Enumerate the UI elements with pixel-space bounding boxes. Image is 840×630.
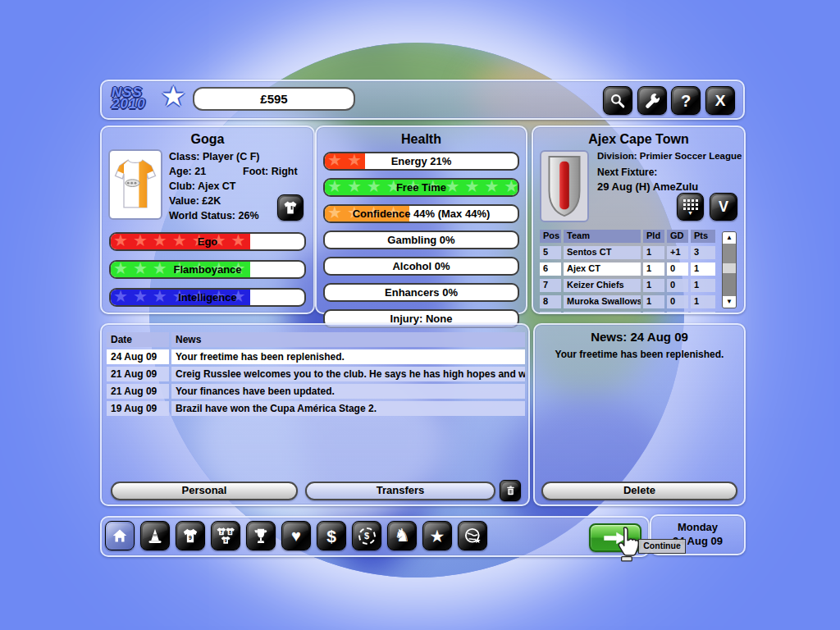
bar-label: Alcohol 0% xyxy=(325,258,518,274)
home-icon xyxy=(111,527,129,545)
settings-button[interactable] xyxy=(637,86,667,115)
player-panel: Goga Class: Player (C F) Age: 21 Foot: R… xyxy=(100,126,315,314)
world-button[interactable] xyxy=(458,521,487,550)
stat-bar-ego: ★★★★★★★★★★ Ego xyxy=(109,232,306,251)
nss-logo: NSS 2010 xyxy=(112,87,146,110)
transfers-button[interactable]: Transfers xyxy=(305,482,495,500)
scrollbar-track[interactable] xyxy=(723,244,736,296)
training-cone-icon xyxy=(146,527,164,545)
hand-cursor-icon xyxy=(614,526,641,562)
player-class: Class: Player (C F) xyxy=(169,151,259,162)
delete-button[interactable]: Delete xyxy=(541,482,737,500)
continue-tooltip: Continue xyxy=(638,539,686,554)
table-cell: 8 xyxy=(540,295,561,308)
competitions-button[interactable] xyxy=(246,521,276,550)
bar-label: Energy 21% xyxy=(325,153,518,169)
money-display: £595 xyxy=(193,87,355,111)
news-row-date[interactable]: 19 Aug 09 xyxy=(107,401,169,416)
home-button[interactable] xyxy=(105,521,135,550)
scroll-up-icon[interactable]: ▲ xyxy=(723,232,736,244)
v-icon: V xyxy=(719,199,728,214)
logo-star-icon: ★ xyxy=(161,80,185,112)
news-list-panel: Date News 24 Aug 09 Your freetime has be… xyxy=(100,323,530,506)
world-icon xyxy=(463,527,482,546)
news-row-text[interactable]: Your freetime has been replenished. xyxy=(171,349,525,364)
player-foot: Foot: Right xyxy=(243,166,298,177)
health-title: Health xyxy=(317,132,526,147)
next-fixture-value: 29 Aug (H) AmeZulu xyxy=(597,180,698,193)
training-button[interactable] xyxy=(140,521,170,550)
news-row-date[interactable]: 24 Aug 09 xyxy=(107,349,169,364)
col-header-pts: Pts xyxy=(691,230,715,243)
help-icon: ? xyxy=(681,93,691,109)
scroll-down-icon[interactable]: ▼ xyxy=(723,296,736,308)
close-button[interactable]: X xyxy=(705,86,735,115)
bar-label: Injury: None xyxy=(325,311,518,326)
bar-label: Gambling 0% xyxy=(325,232,518,248)
table-cell: 0 xyxy=(667,279,688,292)
logo-line2: 2010 xyxy=(112,98,146,110)
table-cell: 1 xyxy=(691,295,715,308)
star-rating-icon: ★ xyxy=(430,527,445,545)
health-panel: Health ★★★★★★★★★★ Energy 21% ★★★★★★★★★★ … xyxy=(315,126,527,314)
news-row-text[interactable]: Brazil have won the Cupa América Stage 2… xyxy=(171,401,525,416)
club-button[interactable]: 9 xyxy=(176,521,205,550)
casino-chip-icon: $ xyxy=(358,527,376,545)
bar-label: Enhancers 0% xyxy=(325,285,518,300)
league-table-scrollbar[interactable]: ▲ ▼ xyxy=(722,231,737,308)
help-button[interactable]: ? xyxy=(671,86,701,115)
table-cell-own-team: Ajex CT xyxy=(564,262,641,276)
stat-label: Ego xyxy=(111,234,304,249)
table-cell: 5 xyxy=(540,246,561,259)
news-table: Date News 24 Aug 09 Your freetime has be… xyxy=(107,332,525,416)
news-row-date[interactable]: 21 Aug 09 xyxy=(107,384,169,399)
lifestyle-button[interactable]: ♥ xyxy=(281,521,311,550)
delete-news-button[interactable] xyxy=(500,480,521,501)
table-cell-own-team: 1 xyxy=(691,262,715,276)
player-club: Club: Ajex CT xyxy=(169,180,235,192)
view-button[interactable]: V xyxy=(710,193,737,221)
bottom-toolbar: 9 7 8 9 xyxy=(100,516,650,557)
player-kit-image xyxy=(108,149,162,220)
table-cell: Muroka Swallows xyxy=(564,295,641,308)
club-division: Division: Primier Soccer League xyxy=(597,151,742,161)
table-cell: 0 xyxy=(667,295,688,308)
top-bar: NSS 2010 ★ £595 ? X xyxy=(100,80,745,120)
col-header-pld: Pld xyxy=(643,230,664,243)
health-bar-freetime: ★★★★★★★★★★ Free Time xyxy=(323,178,519,197)
table-cell: 1 xyxy=(691,279,715,292)
news-detail-body: Your freetime has been replenished. xyxy=(540,349,739,360)
player-world-status: World Status: 26% xyxy=(169,210,259,221)
heart-icon: ♥ xyxy=(291,527,301,544)
col-header-pos: Pos xyxy=(540,230,561,243)
search-button[interactable] xyxy=(603,86,632,115)
formation-button[interactable]: ▼ xyxy=(677,193,704,221)
table-cell: 7 xyxy=(540,279,561,292)
close-icon: X xyxy=(715,93,726,108)
stat-bar-flamboyance: ★★★★★★★★★★ Flamboyance xyxy=(109,260,306,279)
svg-text:9: 9 xyxy=(225,538,227,543)
news-row-text[interactable]: Your finances have been updated. xyxy=(171,384,525,399)
club-shirt-icon: 9 xyxy=(181,527,199,545)
news-detail-panel: News: 24 Aug 09 Your freetime has been r… xyxy=(533,323,746,506)
casino-button[interactable]: $ xyxy=(352,521,381,550)
personal-button[interactable]: Personal xyxy=(111,482,298,500)
news-row-date[interactable]: 21 Aug 09 xyxy=(107,367,169,381)
kit-button[interactable] xyxy=(277,194,304,221)
table-cell-own-team: 1 xyxy=(643,262,664,276)
table-cell-partial xyxy=(643,312,664,313)
table-cell: 1 xyxy=(643,246,664,259)
trophy-icon xyxy=(252,527,270,545)
squad-button[interactable]: 7 8 9 xyxy=(211,521,240,550)
finances-button[interactable]: $ xyxy=(317,521,346,550)
squad-shirts-icon: 7 8 9 xyxy=(216,526,235,546)
table-cell-partial xyxy=(540,312,561,313)
club-panel: Ajex Cape Town Division: Primier Soccer … xyxy=(532,126,746,314)
skills-button[interactable]: ★ xyxy=(422,521,452,550)
news-row-text[interactable]: Creig Russlee welcomes you to the club. … xyxy=(171,367,525,381)
trash-icon xyxy=(504,485,517,497)
game-screen: NSS 2010 ★ £595 ? X Goga xyxy=(0,0,840,630)
racing-button[interactable]: ♞ xyxy=(387,521,417,550)
svg-text:8: 8 xyxy=(229,530,231,535)
svg-text:7: 7 xyxy=(220,530,222,535)
